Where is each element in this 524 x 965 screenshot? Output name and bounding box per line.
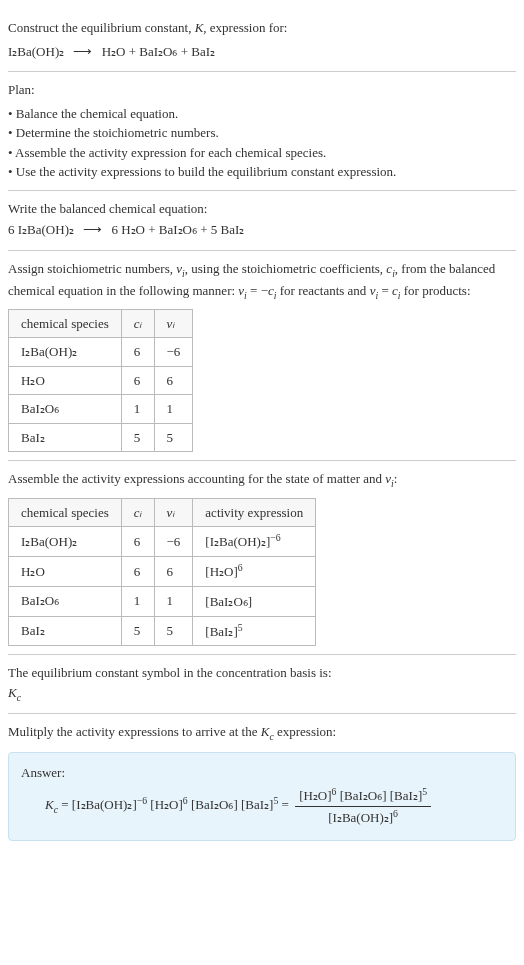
table-row: H₂O66 — [9, 366, 193, 395]
plan-item: Assemble the activity expression for eac… — [8, 143, 516, 163]
ci-label: cᵢ — [134, 316, 142, 331]
assign-text-d: for reactants and — [277, 283, 370, 298]
act-exp: 6 — [238, 562, 243, 573]
cell-activity: [H₂O]6 — [193, 556, 316, 586]
kc-symbol-text: The equilibrium constant symbol in the c… — [8, 663, 516, 683]
rel2-eq: = — [378, 283, 392, 298]
cell-ci: 6 — [121, 338, 154, 367]
act-base: [H₂O] — [205, 564, 237, 579]
num-a-exp: 6 — [332, 786, 337, 797]
plan-title: Plan: — [8, 80, 516, 100]
intro-section: Construct the equilibrium constant, K, e… — [8, 8, 516, 72]
ans-Kc-K: K — [45, 797, 54, 812]
table-row: BaI₂55 — [9, 423, 193, 452]
answer-label: Answer: — [21, 763, 503, 783]
intro-eq-lhs: I₂Ba(OH)₂ — [8, 44, 64, 59]
balanced-section: Write the balanced chemical equation: 6 … — [8, 191, 516, 251]
stoich-table-2: chemical species cᵢ νᵢ activity expressi… — [8, 498, 316, 647]
cell-ci: 5 — [121, 616, 154, 646]
cell-species: I₂Ba(OH)₂ — [9, 527, 122, 557]
cell-species: BaI₂O₆ — [9, 395, 122, 424]
multiply-section: Mulitply the activity expressions to arr… — [8, 714, 516, 848]
assign-section: Assign stoichiometric numbers, νi, using… — [8, 251, 516, 462]
stoich-table-1: chemical species cᵢ νᵢ I₂Ba(OH)₂6−6 H₂O6… — [8, 309, 193, 453]
plan-section: Plan: Balance the chemical equation. Det… — [8, 72, 516, 191]
cell-ci: 1 — [121, 395, 154, 424]
multiply-text-a: Mulitply the activity expressions to arr… — [8, 724, 261, 739]
table-header-row: chemical species cᵢ νᵢ activity expressi… — [9, 498, 316, 527]
cell-nui: 6 — [154, 556, 193, 586]
table-header-row: chemical species cᵢ νᵢ — [9, 309, 193, 338]
col-activity: activity expression — [193, 498, 316, 527]
kc-sub: c — [17, 692, 21, 703]
cell-ci: 6 — [121, 527, 154, 557]
balanced-lhs: 6 I₂Ba(OH)₂ — [8, 222, 74, 237]
act-exp: −6 — [270, 532, 280, 543]
cell-activity: [BaI₂]5 — [193, 616, 316, 646]
cell-species: BaI₂O₆ — [9, 586, 122, 616]
plan-item: Balance the chemical equation. — [8, 104, 516, 124]
ans-eq2: = — [278, 797, 292, 812]
reaction-arrow: ⟶ — [67, 44, 98, 59]
fraction-numerator: [H₂O]6 [BaI₂O₆] [BaI₂]5 — [295, 785, 431, 807]
cell-activity: [I₂Ba(OH)₂]−6 — [193, 527, 316, 557]
plan-item: Determine the stoichiometric numbers. — [8, 123, 516, 143]
answer-fraction: [H₂O]6 [BaI₂O₆] [BaI₂]5 [I₂Ba(OH)₂]6 — [295, 785, 431, 828]
num-b-base: [BaI₂O₆] — [340, 788, 387, 803]
cell-species: H₂O — [9, 556, 122, 586]
table-row: H₂O 6 6 [H₂O]6 — [9, 556, 316, 586]
assign-text-b: , using the stoichiometric coefficients, — [185, 261, 387, 276]
table-row: BaI₂O₆ 1 1 [BaI₂O₆] — [9, 586, 316, 616]
plan-item: Use the activity expressions to build th… — [8, 162, 516, 182]
cell-ci: 5 — [121, 423, 154, 452]
act-base: [BaI₂O₆] — [205, 594, 252, 609]
balanced-rhs: 6 H₂O + BaI₂O₆ + 5 BaI₂ — [111, 222, 244, 237]
ans-t1-base: [I₂Ba(OH)₂] — [72, 797, 137, 812]
cell-ci: 6 — [121, 556, 154, 586]
assemble-section: Assemble the activity expressions accoun… — [8, 461, 516, 655]
table-row: I₂Ba(OH)₂ 6 −6 [I₂Ba(OH)₂]−6 — [9, 527, 316, 557]
plan-list: Balance the chemical equation. Determine… — [8, 104, 516, 182]
ans-eq: = — [58, 797, 72, 812]
kc-symbol-section: The equilibrium constant symbol in the c… — [8, 655, 516, 714]
cell-nui: 6 — [154, 366, 193, 395]
table-row: BaI₂ 5 5 [BaI₂]5 — [9, 616, 316, 646]
assemble-text-a: Assemble the activity expressions accoun… — [8, 471, 385, 486]
ans-t2-base: [H₂O] — [150, 797, 182, 812]
ans-t4-base: [BaI₂] — [241, 797, 273, 812]
cell-nui: 1 — [154, 395, 193, 424]
assign-text-a: Assign stoichiometric numbers, — [8, 261, 176, 276]
act-base: [BaI₂] — [205, 624, 237, 639]
intro-eq-rhs: H₂O + BaI₂O₆ + BaI₂ — [102, 44, 215, 59]
answer-equation: Kc = [I₂Ba(OH)₂]−6 [H₂O]6 [BaI₂O₆] [BaI₂… — [45, 783, 503, 830]
col-species: chemical species — [9, 309, 122, 338]
balanced-title: Write the balanced chemical equation: — [8, 199, 516, 219]
cell-activity: [BaI₂O₆] — [193, 586, 316, 616]
intro-text-b: , expression for: — [203, 20, 287, 35]
col-species: chemical species — [9, 498, 122, 527]
den-exp: 6 — [393, 808, 398, 819]
col-nui: νᵢ — [154, 309, 193, 338]
ci-label: cᵢ — [134, 505, 142, 520]
rel-eq: = − — [247, 283, 268, 298]
table-row: BaI₂O₆11 — [9, 395, 193, 424]
ans-t1-exp: −6 — [137, 795, 147, 806]
num-c-base: [BaI₂] — [390, 788, 422, 803]
cell-nui: 1 — [154, 586, 193, 616]
intro-text-a: Construct the equilibrium constant, — [8, 20, 195, 35]
ans-t3-base: [BaI₂O₆] — [191, 797, 238, 812]
col-ci: cᵢ — [121, 309, 154, 338]
answer-box: Answer: Kc = [I₂Ba(OH)₂]−6 [H₂O]6 [BaI₂O… — [8, 752, 516, 840]
den-base: [I₂Ba(OH)₂] — [328, 810, 393, 825]
multiply-text-b: expression: — [274, 724, 336, 739]
num-c-exp: 5 — [422, 786, 427, 797]
cell-species: BaI₂ — [9, 616, 122, 646]
table-row: I₂Ba(OH)₂6−6 — [9, 338, 193, 367]
cell-species: H₂O — [9, 366, 122, 395]
col-ci: cᵢ — [121, 498, 154, 527]
assign-text-e: for products: — [400, 283, 470, 298]
ans-t2-exp: 6 — [183, 795, 188, 806]
cell-nui: 5 — [154, 423, 193, 452]
act-base: [I₂Ba(OH)₂] — [205, 534, 270, 549]
num-a-base: [H₂O] — [299, 788, 331, 803]
